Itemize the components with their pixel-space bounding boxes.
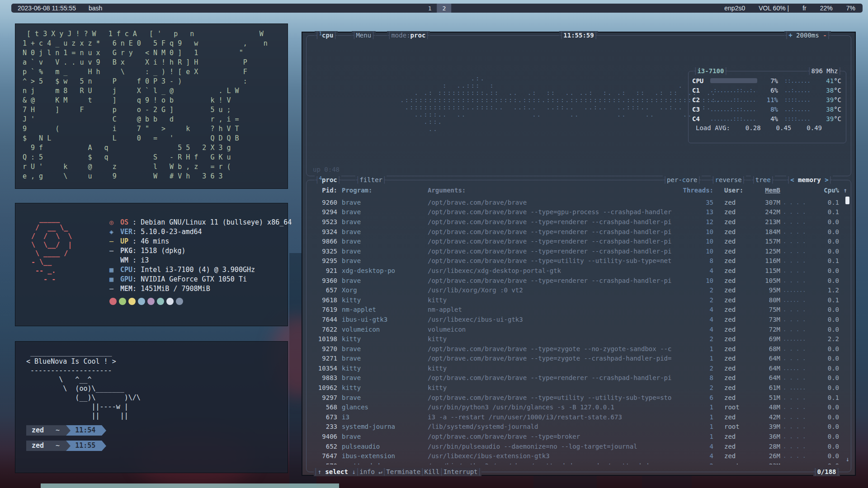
sort-direction-arrow[interactable]: ↑ [839,187,847,194]
core-percent: 7% [757,77,778,84]
process-row[interactable]: 9271brave/opt/brave.com/brave/brave --ty… [311,354,847,364]
neofetch-line-os: ◎OS : Debian GNU/Linux 11 (bullseye) x86… [109,218,292,227]
process-arguments: /opt/brave.com/brave/brave --type=utilit… [428,394,682,401]
workspace-button-2[interactable]: 2 [437,4,452,13]
cpu-usage[interactable]: 22% [820,5,833,12]
kill-action[interactable]: Kill [425,468,440,476]
process-row[interactable]: 9295brave/opt/brave.com/brave/brave --ty… [311,256,847,266]
header-threads[interactable]: Threads: [682,187,713,194]
process-user: zed [719,433,752,440]
process-mem: 213M [752,218,780,225]
workspace-button-1[interactable]: 1 [423,4,437,13]
process-row[interactable]: 9866brave/opt/brave.com/brave/brave --ty… [311,236,847,246]
process-threads: 1 [682,355,713,362]
header-user[interactable]: User: [719,187,752,194]
process-name: kitty [342,335,424,343]
terminal-cowsay-window[interactable]: ____________________ < BlueNova Is Cool … [15,341,288,473]
process-row[interactable]: 9523brave/opt/brave.com/brave/brave --ty… [311,217,847,227]
palette-dot [138,298,145,305]
scrollbar-thumb[interactable] [845,197,849,204]
process-arguments: kitty [428,296,682,304]
reverse-toggle[interactable]: ┤reverse├ [711,176,746,184]
process-row[interactable]: 10198kittykitty2zed69M.......2.2 [311,334,847,344]
select-action[interactable]: select [325,468,348,476]
header-memb[interactable]: MemB [752,187,780,194]
process-row[interactable]: 9324brave/opt/brave.com/brave/brave --ty… [311,227,847,237]
neofetch-label: PKG [120,247,132,255]
tree-toggle[interactable]: ┤tree├ [751,176,775,184]
process-user: zed [719,316,752,323]
process-row[interactable]: 7622volumeiconvolumeicon4zed72M. . . .0.… [311,324,847,334]
mem-usage[interactable]: 7% [846,5,855,12]
process-row[interactable]: 10962kittykitty2zed61M. .....0.0 [311,383,847,393]
process-arguments: /opt/brave.com/brave/brave --type=zygote… [428,345,682,352]
terminal-matrix-window[interactable]: [ t 3 X y J ! ? W 1 f c A [ ' p n W 1 + … [15,23,288,189]
process-user: zed [719,228,752,235]
process-row[interactable]: 9406brave/opt/brave.com/brave/brave --ty… [311,432,847,441]
process-cpu: 0.0 [816,306,839,313]
core-temp-value: 41 [826,77,834,84]
process-cpu: 0.0 [816,433,839,440]
process-user: zed [719,199,752,206]
keyboard-layout[interactable]: fr [802,5,807,12]
neofetch-label: CPU [120,266,132,274]
process-mem: 73M [752,316,780,323]
core-row-cpu: CPU7%::......41°C [692,76,841,85]
menu-button[interactable]: ┤Menu├ [352,31,376,39]
process-mem-graph: . . . . [783,443,816,450]
mode-toggle[interactable]: ┤mode:proc├ [387,31,430,39]
process-row[interactable]: 9325brave/opt/brave.com/brave/brave --ty… [311,246,847,256]
process-row[interactable]: 9297brave/opt/brave.com/brave/brave --ty… [311,393,847,403]
palette-dot [147,298,155,305]
process-row[interactable]: 9883brave/opt/brave.com/brave/brave --ty… [311,373,847,383]
header-pid[interactable]: Pid: [311,187,337,194]
process-threads: 4 [682,267,713,274]
process-row[interactable]: 10354kittykitty2zed64M..... .0.0 [311,363,847,373]
terminate-action[interactable]: Terminate [386,468,420,476]
process-row[interactable]: 568glances/usr/bin/python3 /usr/bin/glan… [311,402,847,412]
core-temp: 39°C [818,115,841,122]
process-row[interactable]: 673i3i3 -a --restart /run/user/1000/i3/r… [311,412,847,422]
process-row[interactable]: 9294brave/opt/brave.com/brave/brave --ty… [311,207,847,217]
process-mem-graph: . . . . [783,258,816,264]
process-arguments: i3 -a --restart /run/user/1000/i3/restar… [428,413,682,421]
process-row[interactable]: 7647ibus-extension/usr/libexec/ibus-exte… [311,451,847,461]
process-actions: │↑ select ↓│info ↵│Terminate│Kill│Interr… [314,468,481,476]
header-arguments[interactable]: Arguments: [428,187,682,194]
process-mem-graph: . . . . [783,423,816,430]
process-row[interactable]: 9618kittykitty2zed80M..... .0.1 [311,295,847,305]
interrupt-action[interactable]: Interrupt [443,468,478,476]
process-row[interactable]: 9260brave/opt/brave.com/brave/brave35zed… [311,197,847,207]
process-mem-graph: . . . . [783,209,816,215]
process-row[interactable]: 657Xorg/usr/lib/xorg/Xorg :0 vt22zed95M.… [311,285,847,295]
network-interface[interactable]: enp2s0 [724,5,745,12]
neofetch-line-wm: WM : i3 [109,256,292,265]
process-pid: 9260 [311,199,337,206]
header-cpu[interactable]: Cpu% [816,187,839,194]
process-row[interactable]: 9270brave/opt/brave.com/brave/brave --ty… [311,344,847,354]
bpytop-window[interactable]: ┤1cpu├ ┤Menu├ ┤mode:proc├ ┤11:55:59├ ┤+ … [302,32,856,476]
process-row[interactable]: 9360brave/opt/brave.com/brave/brave --ty… [311,276,847,286]
volume-indicator[interactable]: VOL 60% | [759,5,789,12]
process-row[interactable]: 7644ibus-ui-gtk3/usr/libexec/ibus-ui-gtk… [311,314,847,324]
filter-button[interactable]: ┤filter├ [355,176,387,184]
process-mem: 69M [752,335,780,343]
process-row[interactable]: 7619nm-appletnm-applet4zed75M. . . .0.0 [311,305,847,315]
sort-column-selector[interactable]: ┤< memory >├ [786,176,833,184]
info-action[interactable]: info ↵ [359,468,382,476]
per-core-toggle[interactable]: ┤per-core├ [663,176,702,184]
process-row[interactable]: 652pulseaudio/usr/bin/pulseaudio --daemo… [311,441,847,451]
scroll-down-arrow[interactable]: ↓ [846,455,849,463]
neofetch-sep: : [128,237,141,245]
powerline-arrow-icon [102,425,106,436]
process-cpu: 0.0 [816,462,839,465]
terminal-neofetch-window[interactable]: _____ / __ \_ / / \ \ \ \__/ | \ ____ / … [15,203,288,326]
header-program[interactable]: Program: [342,187,424,194]
prompt-line: zed~11:55 [26,441,288,451]
process-row[interactable]: 921xdg-desktop-po/usr/libexec/xdg-deskto… [311,266,847,276]
process-row[interactable]: 570unattended-upg/usr/bin/python3 /usr/s… [311,461,847,465]
refresh-interval-control[interactable]: ┤+ 2000ms -├ [784,31,831,39]
process-mem-graph: . . . . [783,355,816,361]
process-pid: 7622 [311,326,337,333]
process-row[interactable]: 233systemd-journa/lib/systemd/systemd-jo… [311,422,847,432]
